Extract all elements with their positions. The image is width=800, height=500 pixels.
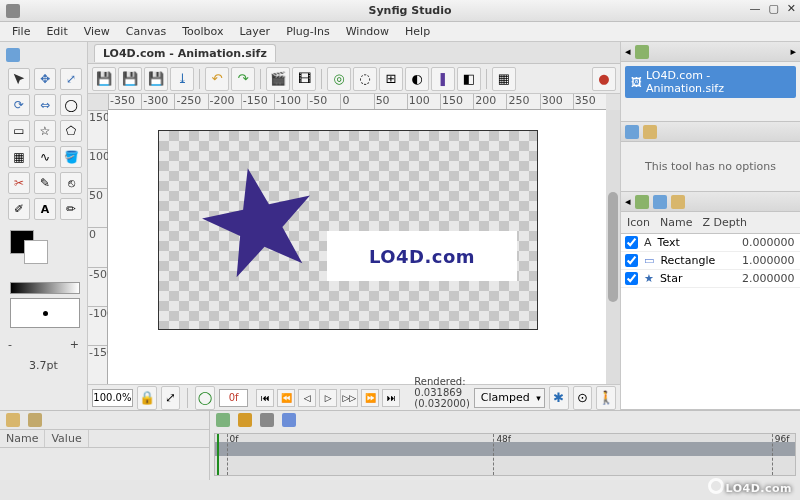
current-frame[interactable]: 0f — [219, 389, 248, 407]
record-icon[interactable]: ● — [592, 67, 616, 91]
low-res-icon[interactable]: ◧ — [457, 67, 481, 91]
gradient-tool[interactable]: ▦ — [8, 146, 30, 168]
zoom-fit-icon[interactable]: ⤢ — [161, 386, 181, 410]
onion-skin-opt-icon[interactable]: ◌ — [353, 67, 377, 91]
eyedrop-tool[interactable]: ✐ — [8, 198, 30, 220]
layer-visible-checkbox[interactable] — [625, 254, 638, 267]
tool-options-icon[interactable] — [625, 125, 639, 139]
menu-file[interactable]: File — [4, 23, 38, 40]
export-icon[interactable]: ⤓ — [170, 67, 194, 91]
smooth-move-tool[interactable]: ✥ — [34, 68, 56, 90]
layers-nav-prev-icon[interactable]: ◂ — [625, 195, 631, 208]
canvas-browser-tab-icon[interactable] — [635, 45, 649, 59]
sketch-tool[interactable]: ✏ — [60, 198, 82, 220]
seek-end-icon[interactable]: ⏭ — [382, 389, 400, 407]
canvas-viewport[interactable]: LO4D.com — [108, 110, 606, 384]
preview-icon[interactable]: 🎞 — [292, 67, 316, 91]
menu-view[interactable]: View — [76, 23, 118, 40]
zoom-lock-icon[interactable]: 🔒 — [137, 386, 157, 410]
animate-mode-icon[interactable]: 🚶 — [596, 386, 616, 410]
params-col-value[interactable]: Value — [45, 430, 88, 447]
seek-prev-kf-icon[interactable]: ⏪ — [277, 389, 295, 407]
layers-tab1-icon[interactable] — [635, 195, 649, 209]
timeline-cursor[interactable] — [217, 434, 219, 475]
fill-tool[interactable]: 🪣 — [60, 146, 82, 168]
seek-begin-icon[interactable]: ⏮ — [256, 389, 274, 407]
menu-help[interactable]: Help — [397, 23, 438, 40]
background-color-swatch[interactable] — [24, 240, 48, 264]
toggle-animate-icon[interactable]: ◯ — [195, 386, 215, 410]
layers-col-zdepth[interactable]: Z Depth — [702, 216, 747, 229]
timeline-tab2-icon[interactable] — [238, 413, 252, 427]
nav-prev-icon[interactable]: ◂ — [625, 45, 631, 58]
layers-tab2-icon[interactable] — [653, 195, 667, 209]
params-tab1-icon[interactable] — [6, 413, 20, 427]
mirror-tool[interactable]: ⇔ — [34, 94, 56, 116]
timeline-track[interactable]: 0f48f96f — [214, 433, 796, 476]
save-as-icon[interactable]: 💾 — [118, 67, 142, 91]
draw-tool[interactable]: ✎ — [34, 172, 56, 194]
layer-row[interactable]: AText0.000000 — [621, 234, 800, 252]
cutout-tool[interactable]: ✂ — [8, 172, 30, 194]
menu-edit[interactable]: Edit — [38, 23, 75, 40]
close-button[interactable]: ✕ — [787, 2, 796, 15]
rotate-tool[interactable]: ⟳ — [8, 94, 30, 116]
star-shape[interactable] — [199, 161, 319, 281]
menu-toolbox[interactable]: Toolbox — [174, 23, 231, 40]
nav-next-icon[interactable]: ▸ — [790, 45, 796, 58]
layer-visible-checkbox[interactable] — [625, 236, 638, 249]
minimize-button[interactable]: — — [749, 2, 760, 15]
menu-plugins[interactable]: Plug-Ins — [278, 23, 338, 40]
redo-icon[interactable]: ↷ — [231, 67, 255, 91]
params-tab2-icon[interactable] — [28, 413, 42, 427]
timeline-tab1-icon[interactable] — [216, 413, 230, 427]
timeline-tab4-icon[interactable] — [282, 413, 296, 427]
text-tool[interactable]: A — [34, 198, 56, 220]
timeline-tab3-icon[interactable] — [260, 413, 274, 427]
layer-row[interactable]: ★Star2.000000 — [621, 270, 800, 288]
stroke-increase[interactable]: + — [70, 338, 79, 351]
star-tool[interactable]: ☆ — [34, 120, 56, 142]
maximize-button[interactable]: ▢ — [768, 2, 778, 15]
play-icon[interactable]: ▷ — [319, 389, 337, 407]
undo-icon[interactable]: ↶ — [205, 67, 229, 91]
zoom-level[interactable]: 100.0% — [92, 389, 133, 407]
vertical-scrollbar[interactable] — [606, 110, 620, 384]
artboard[interactable]: LO4D.com — [158, 130, 538, 330]
menu-window[interactable]: Window — [338, 23, 397, 40]
onion-skin-icon[interactable]: ◎ — [327, 67, 351, 91]
onion-icon[interactable]: ⊙ — [573, 386, 593, 410]
toolbox-tab-icon[interactable] — [6, 48, 20, 62]
circle-tool[interactable]: ◯ — [60, 94, 82, 116]
show-grid-icon[interactable]: ⊞ — [379, 67, 403, 91]
canvas-browser-item[interactable]: 🖼 LO4D.com - Animation.sifz — [625, 66, 796, 98]
interpolation-mode-select[interactable]: Clamped — [474, 388, 545, 408]
spline-tool[interactable]: ∿ — [34, 146, 56, 168]
render-icon[interactable]: 🎬 — [266, 67, 290, 91]
menu-canvas[interactable]: Canvas — [118, 23, 174, 40]
keyframe-icon[interactable]: ✱ — [549, 386, 569, 410]
save-all-icon[interactable]: 💾 — [144, 67, 168, 91]
guides-icon[interactable]: ❚ — [431, 67, 455, 91]
scale-tool[interactable]: ⤢ — [60, 68, 82, 90]
params-col-name[interactable]: Name — [0, 430, 45, 447]
rectangle-tool[interactable]: ▭ — [8, 120, 30, 142]
layers-col-icon[interactable]: Icon — [627, 216, 650, 229]
layer-visible-checkbox[interactable] — [625, 272, 638, 285]
rectangle-shape[interactable]: LO4D.com — [327, 231, 517, 281]
stroke-decrease[interactable]: - — [8, 338, 12, 351]
grid-toggle-icon[interactable]: ▦ — [492, 67, 516, 91]
seek-next-frame-icon[interactable]: ▷▷ — [340, 389, 358, 407]
canvas-text-layer[interactable]: LO4D.com — [369, 246, 475, 267]
gradient-swatch[interactable] — [10, 282, 80, 294]
tool-options-tab-icon[interactable] — [643, 125, 657, 139]
menu-layer[interactable]: Layer — [231, 23, 278, 40]
document-tab[interactable]: LO4D.com - Animation.sifz — [94, 44, 276, 62]
layers-col-name[interactable]: Name — [660, 216, 692, 229]
polygon-tool[interactable]: ⬠ — [60, 120, 82, 142]
seek-next-kf-icon[interactable]: ⏩ — [361, 389, 379, 407]
snap-grid-icon[interactable]: ◐ — [405, 67, 429, 91]
seek-prev-frame-icon[interactable]: ◁ — [298, 389, 316, 407]
save-icon[interactable]: 💾 — [92, 67, 116, 91]
width-tool[interactable]: ⎋ — [60, 172, 82, 194]
